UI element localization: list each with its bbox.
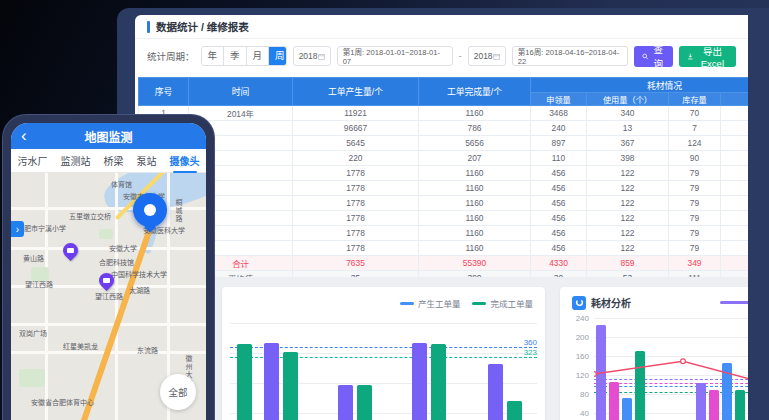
legend-label-created: 产生工单量 xyxy=(418,297,461,309)
map-label: 五里墩立交桥 xyxy=(69,211,111,221)
table-cell: 1778 xyxy=(293,226,419,241)
table-cell: 897 xyxy=(531,136,587,151)
map-label: 体育馆 xyxy=(111,179,132,189)
table-cell: 5645 xyxy=(293,136,419,151)
y-tick-160: 160 xyxy=(567,352,589,361)
table-row[interactable]: 2202071103989019 xyxy=(139,151,749,166)
bar-产生工单量-2[interactable] xyxy=(264,343,279,420)
period-option-年[interactable]: 年 xyxy=(202,47,224,65)
sub-column-header-0: 申领量 xyxy=(531,93,587,106)
report-table: 序号时间工单产生量/个工单完成量/个耗材情况申领量使用量（个）库存量余量 120… xyxy=(138,77,748,286)
table-cell: 250 xyxy=(721,106,749,121)
selected-marker-icon[interactable] xyxy=(133,193,167,227)
tab-污水厂[interactable]: 污水厂 xyxy=(18,150,48,171)
start-week-value: 第1周: 2018-01-01~2018-01-07 xyxy=(343,46,447,66)
y-tick-240: 240 xyxy=(567,314,589,323)
tab-摄像头[interactable]: 摄像头 xyxy=(170,150,200,171)
table-row[interactable]: 177811604561227967 xyxy=(139,211,749,226)
bar-完成工单量-4[interactable] xyxy=(431,344,446,420)
table-row[interactable]: 177811604561227967 xyxy=(139,196,749,211)
table-cell: 122 xyxy=(587,226,669,241)
export-excel-button[interactable]: 导出Excel xyxy=(679,46,736,67)
consumables-group-header: 耗材情况 xyxy=(531,78,749,93)
table-row[interactable]: 177811604561227967 xyxy=(139,226,749,241)
y-tick-80: 80 xyxy=(567,390,589,399)
table-cell: 79 xyxy=(669,196,721,211)
table-cell: 67 xyxy=(721,196,749,211)
map-expand-button[interactable]: › xyxy=(11,221,24,237)
table-cell: 67 xyxy=(721,211,749,226)
start-year-picker[interactable]: 2018 xyxy=(293,46,331,66)
tab-监测站[interactable]: 监测站 xyxy=(61,150,91,171)
table-cell: 67 xyxy=(721,181,749,196)
period-option-季[interactable]: 季 xyxy=(223,47,246,65)
table-cell: 79 xyxy=(669,211,721,226)
table-row[interactable]: 56455656897367124129 xyxy=(139,136,749,151)
table-row[interactable]: 177811604561227967 xyxy=(139,181,749,196)
table-cell: 122 xyxy=(587,181,669,196)
legend-item-created[interactable]: 产生工单量 xyxy=(400,297,461,309)
map-view[interactable]: 体育馆安徽农业大学五里墩立交桥合肥市宁溪小学安徽医科大学桐城路安徽大学黄山路合肥… xyxy=(11,173,206,420)
table-cell: 67 xyxy=(721,166,749,181)
filter-bar: 统计周期： 年季月周日 2018 第1周: 2018-01-01~2018-01… xyxy=(135,39,748,73)
table-row[interactable]: 177811604561227967 xyxy=(139,241,749,256)
table-row[interactable]: 96667786240137690 xyxy=(139,121,749,136)
sub-column-header-2: 库存量 xyxy=(669,93,721,106)
end-week-picker[interactable]: 第16周: 2018-04-16~2018-04-22 xyxy=(512,46,628,66)
bar-完成工单量-2[interactable] xyxy=(283,352,298,420)
camera-marker-icon[interactable] xyxy=(60,240,81,261)
period-option-月[interactable]: 月 xyxy=(246,47,269,65)
consumables-chart-header: 耗材分析 xyxy=(572,295,631,310)
table-cell: 122 xyxy=(587,196,669,211)
gridline xyxy=(230,323,537,324)
table-header-row: 序号时间工单产生量/个工单完成量/个耗材情况 xyxy=(139,78,749,93)
download-icon xyxy=(687,52,694,61)
table-row[interactable]: 12014年119211160346834070250 xyxy=(139,106,749,121)
table-cell: 70 xyxy=(669,106,721,121)
period-label: 统计周期： xyxy=(147,49,195,63)
map-park xyxy=(99,229,113,239)
tab-泵站[interactable]: 泵站 xyxy=(137,150,157,171)
bar-产生工单量-3[interactable] xyxy=(338,385,353,420)
time-header: 时间 xyxy=(189,78,293,106)
legend-item-completed[interactable]: 完成工单量 xyxy=(472,297,533,309)
bar-产生工单量-5[interactable] xyxy=(488,364,503,420)
map-label: 望江西路 xyxy=(25,279,53,289)
bar-完成工单量-3[interactable] xyxy=(357,385,372,420)
bar-完成工单量-1[interactable] xyxy=(237,344,252,420)
range-separator: - xyxy=(459,51,462,61)
bar-完成工单量-5[interactable] xyxy=(507,401,522,420)
workorder-chart-card: 产生工单量 完成工单量 360323 xyxy=(222,287,545,420)
table-row[interactable]: 177811604561227967 xyxy=(139,166,749,181)
seq-header: 序号 xyxy=(139,78,189,106)
legend-label-completed: 完成工单量 xyxy=(490,297,533,309)
tab-桥梁[interactable]: 桥梁 xyxy=(104,150,124,171)
calendar-icon xyxy=(318,52,325,61)
start-week-picker[interactable]: 第1周: 2018-01-01~2018-01-07 xyxy=(337,46,453,66)
total-row: 合计763555390433085934933 xyxy=(139,256,749,271)
table-cell: 1160 xyxy=(419,181,531,196)
query-button[interactable]: 查询 xyxy=(634,46,673,67)
back-icon[interactable]: ‹ xyxy=(21,124,27,148)
table-cell: 207 xyxy=(419,151,531,166)
table-cell: 90 xyxy=(669,151,721,166)
table-cell: 67 xyxy=(721,241,749,256)
table-cell: 456 xyxy=(531,226,587,241)
table-cell: 1160 xyxy=(419,106,531,121)
end-week-value: 第16周: 2018-04-16~2018-04-22 xyxy=(518,46,622,66)
table-cell: 7635 xyxy=(293,256,419,271)
table-cell: 124 xyxy=(669,136,721,151)
period-option-周[interactable]: 周 xyxy=(268,47,287,65)
end-year-picker[interactable]: 2018 xyxy=(468,46,506,66)
query-label: 查询 xyxy=(651,42,665,70)
bar-产生工单量-4[interactable] xyxy=(412,343,427,420)
table-cell: 7 xyxy=(669,121,721,136)
table-cell: 1778 xyxy=(293,241,419,256)
table-cell: 1160 xyxy=(419,166,531,181)
table-cell: 122 xyxy=(587,241,669,256)
map-all-button[interactable]: 全部 xyxy=(160,374,196,410)
table-cell: 456 xyxy=(531,166,587,181)
table-cell: 1778 xyxy=(293,181,419,196)
phone-mockup: ‹ 地图监测 污水厂监测站桥梁泵站摄像头 体育馆安徽农业大 xyxy=(2,114,215,420)
y-tick-120: 120 xyxy=(567,371,589,380)
